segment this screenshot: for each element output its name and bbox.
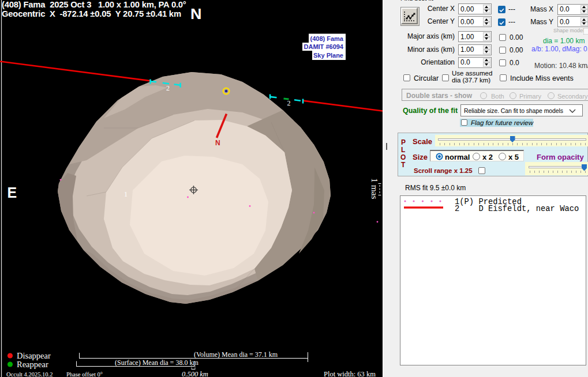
svg-text:N: N <box>190 5 202 22</box>
svg-text:N: N <box>215 139 220 147</box>
svg-text:Plot width: 63 km: Plot width: 63 km <box>324 370 376 377</box>
svg-text:Reappear: Reappear <box>17 360 48 369</box>
svg-text:Sky Plane: Sky Plane <box>313 52 343 59</box>
svg-text:1 mas: 1 mas <box>370 178 380 199</box>
svg-text:E: E <box>8 184 17 201</box>
svg-text:2: 2 <box>166 84 170 92</box>
svg-text:DAMIT #6094: DAMIT #6094 <box>304 43 344 50</box>
svg-text:(408) Fama: (408) Fama <box>310 35 344 42</box>
svg-text:Phase offset 0°: Phase offset 0° <box>66 371 103 377</box>
svg-text:2: 2 <box>287 99 291 107</box>
svg-text:(Surface) Mean dia = 38.0 km: (Surface) Mean dia = 38.0 km <box>115 359 199 367</box>
svg-text:(Volume) Mean dia = 37.1 km: (Volume) Mean dia = 37.1 km <box>194 350 278 359</box>
svg-text:1: 1 <box>124 190 128 198</box>
svg-text:Occult 4.2025.10.2: Occult 4.2025.10.2 <box>6 371 53 377</box>
svg-text:(408) Fama 2025 Oct 3 1.00: (408) Fama 2025 Oct 3 1.00 x 1.00 km, PA… <box>2 0 186 9</box>
svg-text:Geocentric X -872.14 ±0.05: Geocentric X -872.14 ±0.05 Y 20.75 ±0.41… <box>2 9 181 18</box>
svg-text:Disappear: Disappear <box>17 351 51 360</box>
svg-text:0.500 km: 0.500 km <box>182 370 208 377</box>
